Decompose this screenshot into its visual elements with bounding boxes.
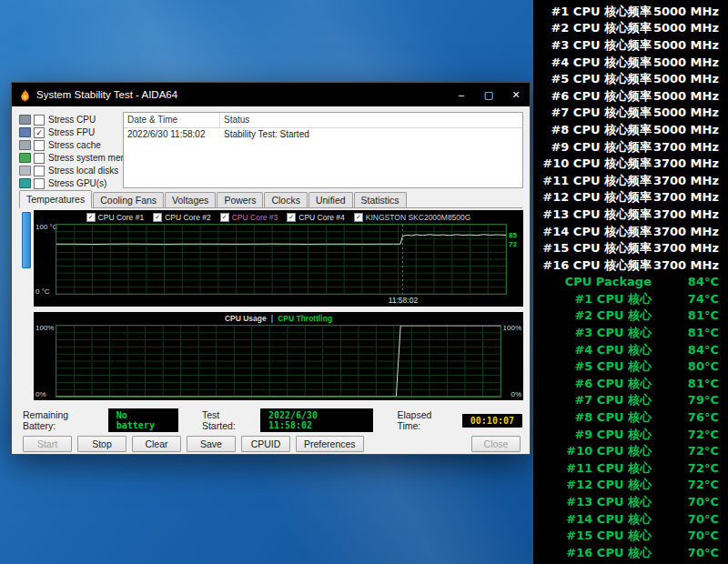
osd-sensor-label: #4 CPU 核心: [574, 344, 652, 356]
maximize-icon: ▢: [484, 89, 493, 101]
osd-sensor-value: 81°C: [652, 327, 719, 338]
preferences-button[interactable]: Preferences: [296, 436, 364, 452]
osd-sensor-value: 84°C: [652, 276, 719, 287]
checkbox[interactable]: ✓: [86, 213, 96, 222]
start-button[interactable]: Start: [23, 436, 72, 452]
checkbox[interactable]: [34, 115, 45, 126]
osd-sensor-value: 5000 MHz: [652, 56, 719, 68]
osd-sensor-label: #5 CPU 核心: [574, 360, 652, 372]
window-title: System Stability Test - AIDA64: [36, 89, 448, 100]
osd-row: #12 CPU 核心频率3700 MHz: [539, 191, 719, 203]
tab-temperatures[interactable]: Temperatures: [19, 190, 92, 208]
test-started-value: 2022/6/30 11:58:02: [260, 408, 374, 432]
tab-statistics[interactable]: Statistics: [354, 192, 407, 207]
osd-sensor-label: #6 CPU 核心频率: [551, 90, 652, 102]
y-min-label: 0%: [35, 390, 46, 398]
save-button[interactable]: Save: [187, 436, 236, 452]
osd-sensor-value: 70°C: [652, 529, 719, 541]
osd-row: CPU Package84°C: [539, 276, 719, 287]
table-row[interactable]: 2022/6/30 11:58:02 Stability Test: Start…: [124, 128, 522, 142]
legend-item[interactable]: ✓CPU Core #1: [86, 213, 145, 222]
temperature-chart: ✓CPU Core #1✓CPU Core #2✓CPU Core #3✓CPU…: [34, 210, 523, 307]
osd-row: #11 CPU 核心72°C: [539, 462, 719, 474]
tab-powers[interactable]: Powers: [217, 192, 263, 207]
osd-sensor-value: 72°C: [652, 462, 719, 474]
checkbox[interactable]: ✓: [34, 127, 45, 138]
stress-option-stress-cpu[interactable]: Stress CPU: [19, 114, 121, 126]
osd-row: #8 CPU 核心76°C: [539, 411, 719, 423]
time-axis-label: 11:58:02: [389, 296, 418, 305]
clear-button[interactable]: Clear: [132, 436, 181, 452]
stress-option-stress-fpu[interactable]: ✓Stress FPU: [19, 126, 121, 139]
chart-scrollbar-thumb[interactable]: [22, 212, 31, 268]
checkbox[interactable]: ✓: [287, 213, 296, 222]
osd-sensor-value: 80°C: [652, 360, 719, 372]
osd-sensor-value: 3700 MHz: [652, 191, 719, 203]
battery-value: No battery: [108, 408, 178, 432]
maximize-button[interactable]: ▢: [475, 83, 502, 106]
osd-sensor-value: 72°C: [652, 445, 719, 457]
tab-voltages[interactable]: Voltages: [165, 192, 216, 207]
osd-row: #13 CPU 核心频率3700 MHz: [539, 208, 719, 220]
osd-row: #6 CPU 核心81°C: [539, 378, 719, 389]
event-log-table[interactable]: Date & Time Status 2022/6/30 11:58:02 St…: [123, 112, 523, 188]
stress-option-stress-local-disks[interactable]: Stress local disks: [19, 165, 121, 177]
tab-unified[interactable]: Unified: [308, 192, 353, 207]
minimize-button[interactable]: –: [448, 83, 475, 106]
usage-title: CPU Usage: [225, 314, 267, 323]
osd-row: #14 CPU 核心频率3700 MHz: [539, 226, 719, 237]
osd-sensor-value: 76°C: [652, 411, 719, 423]
column-header-status: Status: [220, 113, 522, 127]
stress-option-stress-cache[interactable]: Stress cache: [19, 139, 121, 152]
close-button[interactable]: Close: [471, 436, 521, 452]
osd-sensor-label: #12 CPU 核心频率: [542, 191, 652, 203]
gpu-icon: [19, 178, 31, 188]
memory-icon: [19, 153, 31, 163]
osd-sensor-value: 5000 MHz: [652, 124, 719, 136]
checkbox[interactable]: ✓: [153, 213, 162, 222]
stress-option-stress-system-memory[interactable]: Stress system memory: [19, 152, 121, 165]
tab-cooling-fans[interactable]: Cooling Fans: [93, 192, 164, 207]
cpuid-button[interactable]: CPUID: [241, 436, 290, 452]
battery-label: Remaining Battery:: [23, 409, 103, 431]
osd-sensor-value: 79°C: [652, 394, 719, 406]
osd-sensor-value: 70°C: [652, 496, 719, 508]
osd-row: #10 CPU 核心频率3700 MHz: [539, 157, 719, 169]
osd-sensor-label: CPU Package: [565, 276, 652, 287]
checkbox[interactable]: [34, 140, 45, 151]
legend-item[interactable]: ✓CPU Core #3: [220, 213, 278, 222]
legend-item[interactable]: ✓CPU Core #4: [287, 213, 345, 222]
osd-row: #7 CPU 核心79°C: [539, 394, 719, 406]
osd-sensor-label: #3 CPU 核心: [574, 327, 652, 338]
osd-sensor-value: 84°C: [652, 344, 719, 356]
osd-row: #1 CPU 核心74°C: [539, 293, 719, 305]
osd-row: #3 CPU 核心频率5000 MHz: [539, 39, 719, 51]
table-header: Date & Time Status: [124, 113, 522, 128]
osd-row: #2 CPU 核心频率5000 MHz: [539, 22, 719, 34]
osd-sensor-label: #14 CPU 核心: [566, 513, 652, 525]
osd-row: #12 CPU 核心72°C: [539, 478, 719, 490]
legend-item[interactable]: ✓KINGSTON SKC2000M8500G: [354, 213, 471, 222]
checkbox[interactable]: [34, 166, 45, 176]
osd-sensor-value: 3700 MHz: [652, 141, 719, 153]
checkbox[interactable]: [34, 153, 45, 164]
osd-sensor-label: #5 CPU 核心频率: [551, 73, 652, 85]
aida64-flame-icon: [19, 89, 31, 101]
close-button[interactable]: ✕: [502, 83, 530, 106]
stress-option-stress-gpu-s[interactable]: Stress GPU(s): [19, 177, 121, 190]
log-datetime-cell: 2022/6/30 11:58:02: [124, 128, 220, 142]
osd-sensor-value: 5000 MHz: [652, 5, 719, 17]
legend-label: CPU Core #4: [298, 213, 345, 222]
stress-panel: Stress CPU✓Stress FPUStress cacheStress …: [19, 114, 121, 190]
legend-item[interactable]: ✓CPU Core #2: [153, 213, 211, 222]
osd-row: #10 CPU 核心72°C: [539, 445, 719, 457]
osd-sensor-value: 3700 MHz: [652, 259, 719, 271]
osd-sensor-value: 81°C: [652, 378, 719, 389]
checkbox[interactable]: ✓: [354, 213, 363, 222]
tab-clocks[interactable]: Clocks: [264, 192, 308, 207]
checkbox[interactable]: ✓: [220, 213, 229, 222]
checkbox[interactable]: [34, 178, 45, 189]
title-bar[interactable]: System Stability Test - AIDA64 –▢✕: [12, 83, 530, 106]
stop-button[interactable]: Stop: [77, 436, 126, 452]
title-separator: |: [271, 314, 273, 323]
